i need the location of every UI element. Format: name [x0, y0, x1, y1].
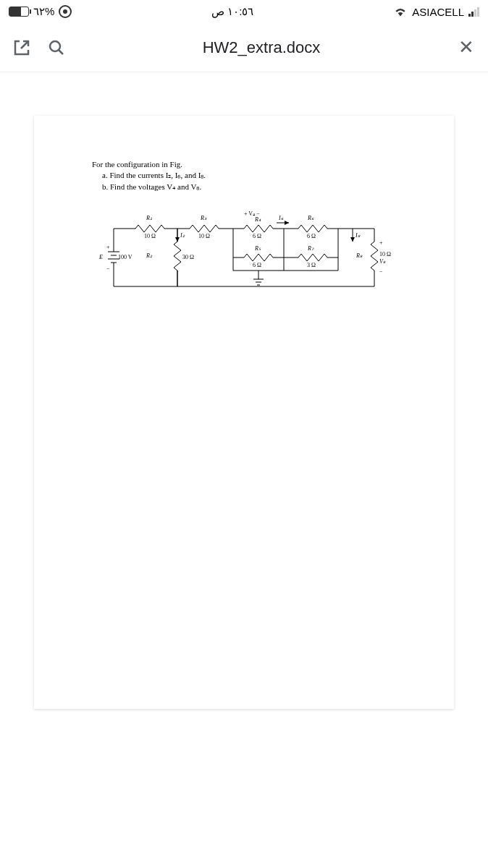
- problem-intro: For the configuration in Fig.: [92, 159, 396, 170]
- r3-label: R₃: [200, 215, 207, 221]
- r5-value: 6 Ω: [253, 262, 261, 268]
- svg-text:+: +: [106, 244, 110, 250]
- close-icon[interactable]: ✕: [456, 36, 476, 59]
- location-target-icon: [59, 5, 72, 18]
- r6-value: 6 Ω: [307, 233, 316, 239]
- r3-value: 10 Ω: [198, 233, 210, 239]
- i6-label: I₆: [278, 215, 284, 221]
- document-viewport[interactable]: For the configuration in Fig. a. Find th…: [0, 72, 488, 752]
- wifi-icon: [393, 5, 408, 19]
- status-time: ١٠:٥٦ ص: [211, 5, 253, 18]
- search-icon[interactable]: [46, 38, 67, 58]
- r4-value: 6 Ω: [253, 233, 261, 239]
- battery-percent: ٦٢%: [33, 5, 54, 18]
- i2-label: I₂: [180, 232, 185, 239]
- signal-icon: [468, 7, 479, 17]
- problem-text: For the configuration in Fig. a. Find th…: [92, 159, 396, 192]
- document-page: For the configuration in Fig. a. Find th…: [34, 116, 454, 709]
- circuit-diagram: R₁ 10 Ω I₂ R₃ 10 Ω + V₄ − R₄ 6 Ω: [92, 207, 396, 308]
- svg-text:−: −: [106, 265, 110, 272]
- svg-text:−: −: [379, 268, 383, 275]
- r7-value: 3 Ω: [307, 262, 316, 268]
- problem-part-b: b. Find the voltages V₄ and V₈.: [92, 182, 396, 192]
- problem-part-a: a. Find the currents I₂, I₆, and I₈.: [92, 170, 396, 181]
- r2-value: 30 Ω: [182, 254, 194, 260]
- r1-label: R₁: [146, 215, 152, 221]
- r5-label: R₅: [254, 245, 261, 252]
- battery-icon: [9, 7, 29, 17]
- r7-label: R₇: [307, 245, 314, 252]
- source-e-label: E: [98, 254, 103, 260]
- r1-value: 10 Ω: [144, 233, 156, 239]
- svg-text:+: +: [379, 239, 383, 246]
- r8-value: 10 Ω: [379, 251, 391, 258]
- r4-label: R₄: [254, 216, 261, 223]
- r2-label: R₂: [146, 252, 153, 259]
- r8-label: R₈: [356, 252, 363, 259]
- v8-label: V₈: [379, 258, 386, 265]
- document-title: HW2_extra.docx: [81, 38, 442, 57]
- status-bar: ٦٢% ١٠:٥٦ ص ASIACELL: [0, 0, 488, 23]
- app-bar: HW2_extra.docx ✕: [0, 23, 488, 72]
- svg-point-0: [50, 41, 60, 51]
- r6-label: R₆: [307, 215, 314, 221]
- source-e-value: 100 V: [118, 254, 132, 260]
- open-external-icon[interactable]: [12, 38, 32, 58]
- i8-label: I₈: [355, 232, 361, 239]
- carrier-name: ASIACELL: [412, 6, 464, 18]
